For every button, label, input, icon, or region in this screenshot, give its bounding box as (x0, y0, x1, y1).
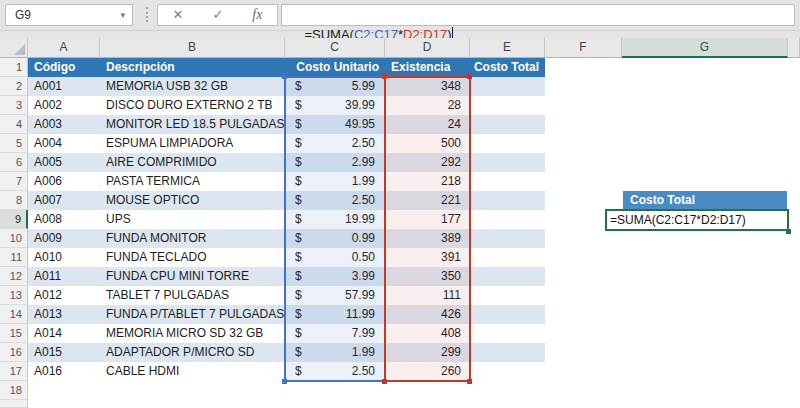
cell-C6[interactable]: $2.99 (285, 153, 385, 172)
name-box-dropdown-icon[interactable]: ▾ (120, 6, 125, 24)
cell-D7[interactable]: 218 (385, 172, 470, 191)
cell-E6[interactable] (470, 153, 545, 172)
cell-B12[interactable]: FUNDA CPU MINI TORRE (100, 267, 285, 286)
cell-B14[interactable]: FUNDA P/TABLET 7 PULGADAS (100, 305, 285, 324)
column-header-E[interactable]: E (470, 38, 545, 58)
cell-B15[interactable]: MEMORIA MICRO SD 32 GB (100, 324, 285, 343)
cell-E5[interactable] (470, 134, 545, 153)
row-header-10[interactable]: 10 (0, 229, 28, 248)
fill-handle[interactable] (786, 229, 791, 234)
row-header-12[interactable]: 12 (0, 267, 28, 286)
row-header-18[interactable]: 18 (0, 381, 28, 400)
row-header-15[interactable]: 15 (0, 324, 28, 343)
cell-A3[interactable]: A002 (28, 96, 100, 115)
cell-C9[interactable]: $19.99 (285, 210, 385, 229)
cell-D9[interactable]: 177 (385, 210, 470, 229)
row-header-6[interactable]: 6 (0, 153, 28, 172)
cell-B16[interactable]: ADAPTADOR P/MICRO SD (100, 343, 285, 362)
cell-C12[interactable]: $3.99 (285, 267, 385, 286)
cell-B2[interactable]: MEMORIA USB 32 GB (100, 77, 285, 96)
cell-editor[interactable]: =SUMA(C2:C17*D2:D17) (605, 209, 789, 231)
cell-A14[interactable]: A013 (28, 305, 100, 324)
cell-A2[interactable]: A001 (28, 77, 100, 96)
column-header-F[interactable]: F (545, 38, 622, 58)
cell-E16[interactable] (470, 343, 545, 362)
cell-C11[interactable]: $0.50 (285, 248, 385, 267)
insert-function-icon[interactable]: fx (252, 5, 262, 25)
row-header-14[interactable]: 14 (0, 305, 28, 324)
cell-C13[interactable]: $57.99 (285, 286, 385, 305)
row-header-2[interactable]: 2 (0, 77, 28, 96)
table-header-A1[interactable]: Código (28, 58, 100, 77)
cell-C3[interactable]: $39.99 (285, 96, 385, 115)
side-table-header[interactable]: Costo Total (623, 191, 787, 210)
row-header-16[interactable]: 16 (0, 343, 28, 362)
cell-E13[interactable] (470, 286, 545, 305)
cell-E11[interactable] (470, 248, 545, 267)
cell-A4[interactable]: A003 (28, 115, 100, 134)
cell-C10[interactable]: $0.99 (285, 229, 385, 248)
range-blue-handle-top-0[interactable] (282, 74, 287, 79)
row-header-17[interactable]: 17 (0, 362, 28, 381)
cell-B9[interactable]: UPS (100, 210, 285, 229)
cell-C4[interactable]: $49.95 (285, 115, 385, 134)
table-header-C1[interactable]: Costo Unitario (285, 58, 385, 77)
cell-B6[interactable]: AIRE COMPRIMIDO (100, 153, 285, 172)
cell-B13[interactable]: TABLET 7 PULGADAS (100, 286, 285, 305)
range-red-handle-bottom-3[interactable] (467, 379, 472, 384)
cell-A13[interactable]: A012 (28, 286, 100, 305)
cell-E15[interactable] (470, 324, 545, 343)
cell-E9[interactable] (470, 210, 545, 229)
cell-D14[interactable]: 426 (385, 305, 470, 324)
row-header-5[interactable]: 5 (0, 134, 28, 153)
cell-A5[interactable]: A004 (28, 134, 100, 153)
cell-D3[interactable]: 28 (385, 96, 470, 115)
row-header-13[interactable]: 13 (0, 286, 28, 305)
formula-input[interactable]: =SUMA(C2:C17*D2:D17) (281, 4, 795, 26)
table-header-E1[interactable]: Costo Total (470, 58, 545, 77)
cell-A8[interactable]: A007 (28, 191, 100, 210)
cell-E3[interactable] (470, 96, 545, 115)
range-red-handle-top-3[interactable] (467, 74, 472, 79)
column-header-A[interactable]: A (28, 38, 100, 58)
cell-A15[interactable]: A014 (28, 324, 100, 343)
cell-A7[interactable]: A006 (28, 172, 100, 191)
row-header-8[interactable]: 8 (0, 191, 28, 210)
enter-icon[interactable]: ✓ (212, 5, 223, 25)
row-header-1[interactable]: 1 (0, 58, 28, 77)
row-header-7[interactable]: 7 (0, 172, 28, 191)
cell-E8[interactable] (470, 191, 545, 210)
cell-A16[interactable]: A015 (28, 343, 100, 362)
cell-E12[interactable] (470, 267, 545, 286)
row-header-11[interactable]: 11 (0, 248, 28, 267)
cell-C8[interactable]: $2.50 (285, 191, 385, 210)
cell-D13[interactable]: 111 (385, 286, 470, 305)
table-header-B1[interactable]: Descripción (100, 58, 285, 77)
column-header-rest[interactable] (788, 38, 800, 58)
cell-D11[interactable]: 391 (385, 248, 470, 267)
cell-C17[interactable]: $2.50 (285, 362, 385, 381)
cell-C2[interactable]: $5.99 (285, 77, 385, 96)
cell-D6[interactable]: 292 (385, 153, 470, 172)
cell-D8[interactable]: 221 (385, 191, 470, 210)
range-red-handle-bottom-2[interactable] (382, 379, 387, 384)
cell-D17[interactable]: 260 (385, 362, 470, 381)
cell-E17[interactable] (470, 362, 545, 381)
cell-D10[interactable]: 389 (385, 229, 470, 248)
column-header-D[interactable]: D (385, 38, 470, 58)
column-header-B[interactable]: B (100, 38, 285, 58)
cell-D12[interactable]: 350 (385, 267, 470, 286)
cancel-icon[interactable]: ✕ (173, 5, 184, 25)
cell-B10[interactable]: FUNDA MONITOR (100, 229, 285, 248)
cell-B5[interactable]: ESPUMA LIMPIADORA (100, 134, 285, 153)
cell-D15[interactable]: 408 (385, 324, 470, 343)
cell-C7[interactable]: $1.99 (285, 172, 385, 191)
row-header-3[interactable]: 3 (0, 96, 28, 115)
cell-A17[interactable]: A016 (28, 362, 100, 381)
cell-D5[interactable]: 500 (385, 134, 470, 153)
cell-C16[interactable]: $1.99 (285, 343, 385, 362)
cell-B17[interactable]: CABLE HDMI (100, 362, 285, 381)
cell-A6[interactable]: A005 (28, 153, 100, 172)
table-header-D1[interactable]: Existencia (385, 58, 470, 77)
row-header-9[interactable]: 9 (0, 210, 28, 229)
